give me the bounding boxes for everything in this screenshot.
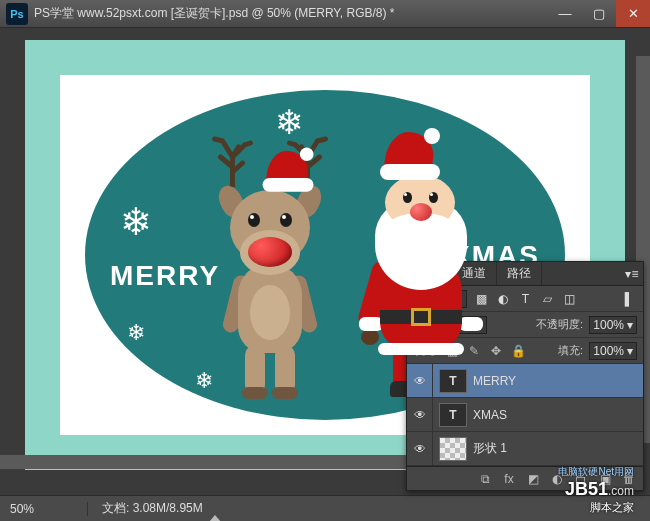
filter-type-icon[interactable]: T — [517, 291, 533, 307]
filter-toggle[interactable]: ▌ — [621, 291, 637, 307]
eye — [429, 192, 438, 203]
nose — [248, 237, 292, 267]
filter-adjust-icon[interactable]: ◐ — [495, 291, 511, 307]
layer-thumb-shape-icon — [439, 437, 467, 461]
belly — [250, 285, 290, 340]
window-title: PS学堂 www.52psxt.com [圣诞贺卡].psd @ 50% (ME… — [34, 5, 548, 22]
layer-name[interactable]: XMAS — [473, 408, 643, 422]
window-buttons: — ▢ ✕ — [548, 0, 650, 27]
fx-button[interactable]: fx — [501, 471, 517, 487]
chevron-right-icon[interactable] — [209, 501, 221, 521]
fill-label: 填充: — [558, 343, 583, 358]
nose — [410, 203, 432, 221]
filter-shape-icon[interactable]: ▱ — [539, 291, 555, 307]
mask-icon[interactable]: ◩ — [525, 471, 541, 487]
filter-smart-icon[interactable]: ◫ — [561, 291, 577, 307]
layer-name[interactable]: MERRY — [473, 374, 643, 388]
snowflake-icon: ❄ — [127, 320, 145, 346]
layer-row[interactable]: 👁 形状 1 — [407, 432, 643, 466]
santa-hat-icon — [380, 130, 440, 185]
hoof — [272, 387, 298, 399]
close-button[interactable]: ✕ — [616, 0, 650, 27]
lock-paint-icon[interactable]: ✎ — [466, 343, 482, 359]
visibility-eye-icon[interactable]: 👁 — [407, 432, 433, 465]
snowflake-icon: ❄ — [120, 200, 152, 244]
lock-move-icon[interactable]: ✥ — [488, 343, 504, 359]
watermark-suffix: .com — [608, 484, 634, 498]
cuff — [459, 317, 483, 331]
maximize-button[interactable]: ▢ — [582, 0, 616, 27]
hoof — [242, 387, 268, 399]
layer-name[interactable]: 形状 1 — [473, 440, 643, 457]
titlebar: Ps PS学堂 www.52psxt.com [圣诞贺卡].psd @ 50% … — [0, 0, 650, 28]
opacity-input[interactable]: 100%▾ — [589, 316, 637, 334]
antler-icon — [210, 127, 255, 187]
eye — [248, 213, 260, 227]
eye — [280, 213, 292, 227]
status-bar: 50% 文档: 3.08M/8.95M — [0, 495, 650, 521]
eye — [403, 192, 412, 203]
filter-pixel-icon[interactable]: ▩ — [473, 291, 489, 307]
opacity-label: 不透明度: — [536, 317, 583, 332]
app-icon: Ps — [6, 3, 28, 25]
visibility-eye-icon[interactable]: 👁 — [407, 364, 433, 397]
santa-hat-icon — [258, 145, 318, 200]
layer-list: 👁 T MERRY 👁 T XMAS 👁 形状 1 — [407, 364, 643, 466]
lock-all-icon[interactable]: 🔒 — [510, 343, 526, 359]
watermark: 电脑软硬Net用网 JB51.com 脚本之家 — [565, 479, 634, 515]
visibility-eye-icon[interactable]: 👁 — [407, 398, 433, 431]
doc-label: 文档: — [102, 501, 129, 515]
link-icon[interactable]: ⧉ — [477, 471, 493, 487]
layer-thumb-text-icon: T — [439, 369, 467, 393]
layer-thumb-text-icon: T — [439, 403, 467, 427]
layer-row[interactable]: 👁 T MERRY — [407, 364, 643, 398]
doc-value: 3.08M/8.95M — [133, 501, 203, 515]
trim — [378, 343, 464, 355]
watermark-sub: 脚本之家 — [565, 500, 634, 515]
app-window: Ps PS学堂 www.52psxt.com [圣诞贺卡].psd @ 50% … — [0, 0, 650, 521]
buckle — [411, 308, 431, 326]
reindeer — [200, 135, 340, 395]
fill-input[interactable]: 100%▾ — [589, 342, 637, 360]
minimize-button[interactable]: — — [548, 0, 582, 27]
layer-row[interactable]: 👁 T XMAS — [407, 398, 643, 432]
watermark-cn: 电脑软硬Net用网 — [558, 465, 634, 479]
hand — [361, 329, 379, 345]
watermark-main: JB51 — [565, 479, 608, 499]
zoom-level[interactable]: 50% — [0, 502, 88, 516]
tab-paths[interactable]: 路径 — [497, 262, 542, 285]
panel-menu-button[interactable]: ▾≡ — [621, 262, 643, 285]
